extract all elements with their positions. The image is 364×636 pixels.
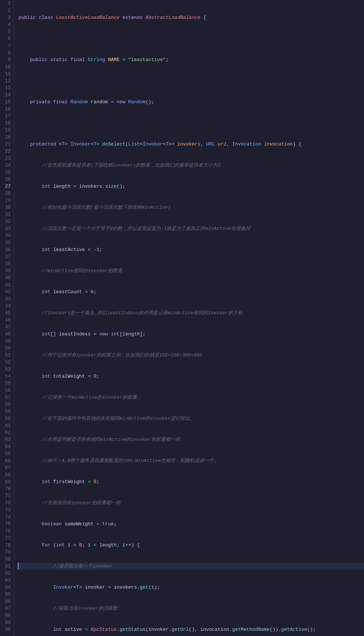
ln-78: 78	[3, 542, 11, 549]
ln-62: 62	[3, 429, 11, 436]
ln-7: 7	[3, 42, 11, 49]
code-line-9: int length = invokers.size();	[18, 183, 364, 190]
code-line-19: //记录第一个minActive的invoker的权重，	[18, 394, 364, 401]
ln-50: 50	[3, 345, 11, 352]
ln-15: 15	[3, 98, 11, 106]
code-line-22: //例子：A,B两个服务器权重都配置的200,minActive也相等，则随机选…	[18, 457, 364, 464]
ln-32: 32	[3, 218, 11, 225]
code-line-7: protected <T> Invoker<T> doSelect(List<I…	[18, 141, 364, 148]
code-line-8: //首先获取服务提供者(下面统称invoker)的数量，比如我们的服务提供者大小…	[18, 162, 364, 169]
ln-22: 22	[3, 148, 11, 155]
code-line-28: Invoker<T> invoker = invokers.get(i);	[18, 584, 364, 591]
ln-72: 72	[3, 499, 11, 506]
ln-3: 3	[3, 14, 11, 21]
ln-33: 33	[3, 225, 11, 232]
ln-8: 8	[3, 49, 11, 56]
ln-41: 41	[3, 281, 11, 288]
ln-6: 6	[3, 35, 11, 42]
ln-60: 60	[3, 415, 11, 422]
ln-71: 71	[3, 492, 11, 499]
ln-43: 43	[3, 295, 11, 302]
code-line-13: //minActive相同的invoker的数量	[18, 267, 364, 274]
ln-1: 1	[3, 0, 11, 7]
ln-80: 80	[3, 556, 11, 563]
ln-48: 48	[3, 331, 11, 338]
ln-19: 19	[3, 127, 11, 134]
ln-83: 83	[3, 577, 11, 584]
code-line-26: for (int i = 0; i < length; i++) {	[18, 542, 364, 549]
ln-25: 25	[3, 169, 11, 176]
ln-12: 12	[3, 77, 11, 84]
code-line-1: public class LeastActiveLoadBalance exte…	[18, 14, 364, 21]
code-line-18: int totalWeight = 0;	[18, 373, 364, 380]
ln-42: 42	[3, 288, 11, 295]
ln-67: 67	[3, 464, 11, 471]
ln-76: 76	[3, 528, 11, 535]
ln-69: 69	[3, 478, 11, 485]
ln-13: 13	[3, 84, 11, 91]
ln-66: 66	[3, 457, 11, 464]
ln-64: 64	[3, 443, 11, 450]
ln-40: 40	[3, 274, 11, 281]
ln-79: 79	[3, 549, 11, 556]
code-line-11: //活跃次数一定是一个大于等于0的数，所以这里设置为-1就是为了被真正的minA…	[18, 225, 364, 232]
ln-81: 81	[3, 563, 11, 570]
ln-63: 63	[3, 436, 11, 443]
ln-29: 29	[3, 197, 11, 204]
ln-36: 36	[3, 246, 11, 253]
ln-74: 74	[3, 513, 11, 520]
ln-16: 16	[3, 106, 11, 113]
code-line-6	[18, 120, 364, 127]
ln-23: 23	[3, 155, 11, 162]
code-line-17: //用于记录所有invoker的权重之和，比如我们的就是100+200+300=…	[18, 352, 364, 359]
code-line-27: //遍历取出每一个invoker	[18, 563, 364, 570]
ln-24: 24	[3, 162, 11, 169]
ln-75: 75	[3, 520, 11, 528]
ln-73: 73	[3, 506, 11, 513]
code-line-23: int firstWeight = 0;	[18, 478, 364, 485]
ln-54: 54	[3, 373, 11, 380]
ln-39: 39	[3, 267, 11, 274]
ln-45: 45	[3, 309, 11, 317]
ln-26: 26	[3, 176, 11, 183]
source-code[interactable]: public class LeastActiveLoadBalance exte…	[14, 0, 364, 636]
code-editor: 1 2 3 4 5 6 7 8 9 10 11 12 13 14 15 16 1…	[0, 0, 364, 636]
ln-28: 28	[3, 190, 11, 197]
ln-57: 57	[3, 394, 11, 401]
code-line-4	[18, 77, 364, 84]
ln-82: 82	[3, 570, 11, 577]
ln-87: 87	[3, 605, 11, 612]
ln-52: 52	[3, 359, 11, 366]
code-line-15: //invokers是一个集合,所以leastIndexs的作用是记录minAc…	[18, 309, 364, 317]
ln-11: 11	[3, 70, 11, 77]
ln-49: 49	[3, 338, 11, 345]
ln-17: 17	[3, 113, 11, 120]
ln-89: 89	[3, 619, 11, 626]
code-line-20: //在下面的循环中和其他的具有相同minActive的invoker进行对比。	[18, 415, 364, 422]
code-line-25: boolean sameWeight = true;	[18, 520, 364, 528]
ln-31: 31	[3, 211, 11, 218]
code-line-16: int[] leastIndexs = new int[length];	[18, 331, 364, 338]
code-line-29: //获取当前invoker的活跃数	[18, 605, 364, 612]
code-line-2	[18, 35, 364, 42]
code-line-30: int active = RpcStatus.getStatus(invoker…	[18, 626, 364, 633]
code-line-3: public static final String NAME = "least…	[18, 56, 364, 63]
ln-46: 46	[3, 317, 11, 324]
ln-85: 85	[3, 591, 11, 598]
ln-59: 59	[3, 408, 11, 415]
ln-38: 38	[3, 260, 11, 267]
ln-90: 90	[3, 626, 11, 633]
ln-35: 35	[3, 239, 11, 246]
ln-30: 30	[3, 204, 11, 211]
ln-4: 4	[3, 21, 11, 28]
ln-27: 27	[3, 183, 11, 190]
ln-18: 18	[3, 120, 11, 127]
ln-5: 5	[3, 28, 11, 35]
code-line-5: private final Random random = new Random…	[18, 98, 364, 106]
ln-61: 61	[3, 422, 11, 429]
ln-9: 9	[3, 56, 11, 63]
ln-34: 34	[3, 232, 11, 239]
ln-2: 2	[3, 7, 11, 14]
ln-44: 44	[3, 302, 11, 309]
code-line-10: //初始化最小活跃次数(最小活跃次数下面统称minActive)	[18, 204, 364, 211]
